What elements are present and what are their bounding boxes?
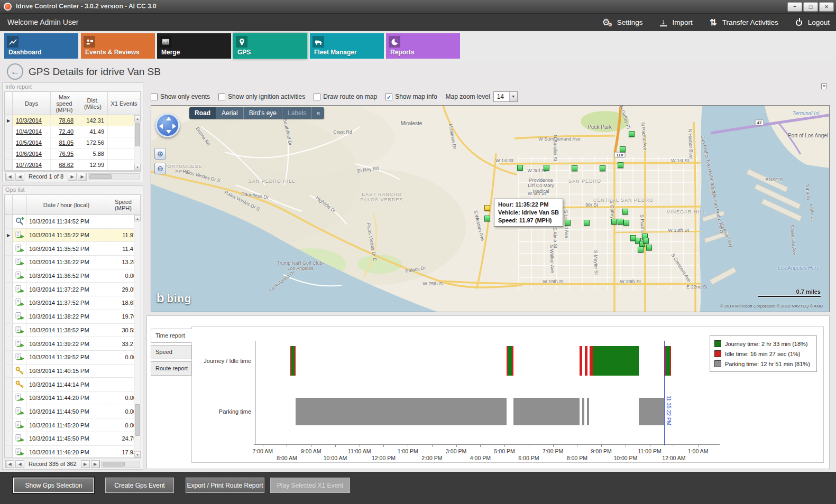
pager-scrollbar[interactable] (88, 173, 140, 180)
nav-tab-events-reviews[interactable]: Events & Reviews (81, 33, 155, 59)
gps-marker[interactable] (618, 219, 623, 225)
gps-marker[interactable] (643, 238, 649, 244)
gps-list-row[interactable]: 10/3/2014 11:35:52 PM11.47 (5, 242, 141, 256)
pager-next-button[interactable]: ▶ (68, 173, 77, 181)
checkbox-box[interactable] (314, 94, 320, 100)
report-tab-time-report[interactable]: Time report (151, 329, 192, 343)
day-link[interactable]: 10/7/2014 (13, 160, 51, 170)
gps-list-row[interactable]: 10/3/2014 11:44:50 PM0.00 (5, 405, 141, 419)
info-report-row[interactable]: 10/6/201476.955.88 (5, 148, 141, 160)
scroll-thumb[interactable] (103, 462, 125, 466)
checkbox-draw-route-on-map[interactable]: Draw route on map (314, 93, 377, 100)
map-compass[interactable] (155, 113, 180, 137)
map-zoom-in-button[interactable] (154, 148, 166, 160)
gps-marker[interactable] (565, 220, 571, 226)
map-style-aerial[interactable]: Aerial (216, 107, 244, 119)
gps-list-row[interactable]: ▶10/3/2014 11:35:22 PM11.97 (5, 229, 141, 242)
map-zoom-out-button[interactable] (154, 163, 166, 174)
map-bar-collapse-button[interactable]: « (312, 109, 324, 117)
report-tab-speed-graphic[interactable]: Speed graphic (151, 345, 191, 359)
header-action-import[interactable]: ↓Import (658, 18, 692, 27)
gps-list-row[interactable]: 10/3/2014 11:34:52 PM (5, 215, 141, 229)
scroll-thumb[interactable] (135, 123, 140, 146)
scroll-up-icon[interactable]: ▲ (134, 115, 141, 122)
scroll-thumb[interactable] (89, 174, 112, 179)
header-action-logout[interactable]: Logout (794, 18, 830, 26)
checkbox-box[interactable] (218, 94, 225, 100)
gps-list-row[interactable]: 10/3/2014 11:44:14 PM (5, 378, 141, 391)
gps-marker[interactable] (618, 162, 623, 168)
checkbox-show-only-ignition-activities[interactable]: Show only ignition activities (218, 93, 305, 100)
gps-list-row[interactable]: 10/3/2014 11:39:52 PM0.00 (5, 351, 141, 365)
day-link[interactable]: 10/6/2014 (13, 148, 51, 159)
pager-next-button[interactable]: ▶ (81, 460, 90, 468)
info-scrollbar[interactable]: ▲▼ (134, 115, 141, 170)
nav-tab-gps[interactable]: GPS (233, 33, 307, 59)
gps-marker[interactable] (600, 165, 605, 171)
checkbox-box[interactable] (151, 94, 158, 100)
back-button[interactable]: ← (7, 63, 23, 80)
pager-last-button[interactable]: ▶ (78, 173, 87, 181)
max-speed-link[interactable]: 72.40 (51, 126, 78, 137)
scroll-up-icon[interactable]: ▲ (134, 215, 141, 221)
map-style-bird-s-eye[interactable]: Bird's eye (244, 107, 282, 119)
gps-marker[interactable] (629, 131, 635, 137)
gps-marker[interactable] (484, 216, 490, 221)
checkbox-show-only-events[interactable]: Show only events (151, 93, 210, 100)
info-report-row[interactable]: ▶10/3/201478.68142.31 (5, 115, 141, 126)
gps-marker[interactable] (517, 165, 523, 171)
speed-header[interactable]: Speed (MPH) (106, 195, 141, 214)
checkbox-show-map-info[interactable]: ✓Show map info (385, 93, 437, 100)
export-print-route-report-button[interactable]: Export / Print Route Report (186, 478, 264, 493)
show-gps-selection-button[interactable]: Show Gps Selection (13, 478, 94, 493)
gps-marker[interactable] (623, 220, 629, 226)
report-tab-route-report[interactable]: Route report (151, 361, 191, 376)
day-link[interactable]: 10/3/2014 (13, 115, 51, 126)
max-speed-link[interactable]: 81.05 (51, 137, 78, 148)
days-header[interactable]: Days (13, 92, 51, 115)
gps-scrollbar[interactable]: ▲▼ (134, 215, 141, 458)
map-style-road[interactable]: Road (189, 107, 216, 119)
max-speed-link[interactable]: 76.95 (51, 148, 78, 159)
chevron-down-icon[interactable]: ▼ (509, 92, 517, 101)
header-action-transfer-activities[interactable]: ⇅Transfer Activities (709, 17, 778, 27)
max-speed-link[interactable]: 68.62 (51, 160, 78, 170)
gps-list-row[interactable]: 10/3/2014 11:45:50 PM24.75 (5, 432, 141, 446)
max-speed-link[interactable]: 78.68 (51, 115, 78, 126)
selected-gps-marker[interactable] (484, 205, 490, 211)
create-gps-event-button[interactable]: Create Gps Event (105, 478, 174, 493)
info-report-row[interactable]: 10/4/201472.4041.49 (5, 126, 141, 137)
header-action-settings[interactable]: ⚙⚙Settings (602, 18, 642, 27)
info-report-row[interactable]: 10/7/201468.6212.99 (5, 160, 141, 171)
gps-list-row[interactable]: 10/3/2014 11:38:22 PM19.70 (5, 310, 141, 324)
distance-header[interactable]: Dist. (Miles) (78, 92, 108, 115)
nav-tab-merge[interactable]: Merge (157, 33, 231, 59)
gps-marker[interactable] (544, 165, 549, 171)
nav-tab-reports[interactable]: Reports (386, 33, 460, 59)
nav-tab-fleet-manager[interactable]: Fleet Manager (310, 33, 384, 59)
checkbox-box[interactable]: ✓ (385, 94, 392, 100)
gps-list-row[interactable]: 10/3/2014 11:44:20 PM0.00 (5, 391, 141, 405)
scroll-down-icon[interactable]: ▼ (134, 164, 141, 170)
gps-marker[interactable] (638, 247, 644, 253)
nav-tab-dashboard[interactable]: Dashboard (4, 33, 78, 59)
maximize-button[interactable] (803, 2, 818, 12)
close-button[interactable] (819, 2, 834, 12)
map-zoom-select[interactable]: 14 ▼ (493, 91, 518, 102)
pager-first-button[interactable]: ◀ (5, 460, 14, 468)
gps-list-row[interactable]: 10/3/2014 11:46:20 PM17.93 (5, 446, 141, 458)
gps-list-row[interactable]: 10/3/2014 11:38:52 PM30.55 (5, 324, 141, 338)
gps-list-row[interactable]: 10/3/2014 11:37:22 PM29.05 (5, 283, 141, 296)
gps-list-row[interactable]: 10/3/2014 11:39:22 PM33.21 (5, 337, 141, 351)
day-link[interactable]: 10/4/2014 (13, 126, 51, 137)
gps-marker[interactable] (622, 209, 628, 214)
pager-last-button[interactable]: ▶ (91, 460, 100, 468)
gps-list-row[interactable]: 10/3/2014 11:36:52 PM0.00 (5, 269, 141, 283)
gps-marker[interactable] (584, 220, 590, 226)
pager-prev-button[interactable]: ◀ (15, 460, 24, 468)
gps-list-row[interactable]: 10/3/2014 11:40:15 PM (5, 365, 141, 378)
max-speed-header[interactable]: Max speed (MPH) (51, 92, 78, 115)
gps-marker[interactable] (646, 245, 652, 250)
gps-marker[interactable] (611, 219, 617, 225)
gps-list-row[interactable]: 10/3/2014 11:45:20 PM0.00 (5, 418, 141, 432)
